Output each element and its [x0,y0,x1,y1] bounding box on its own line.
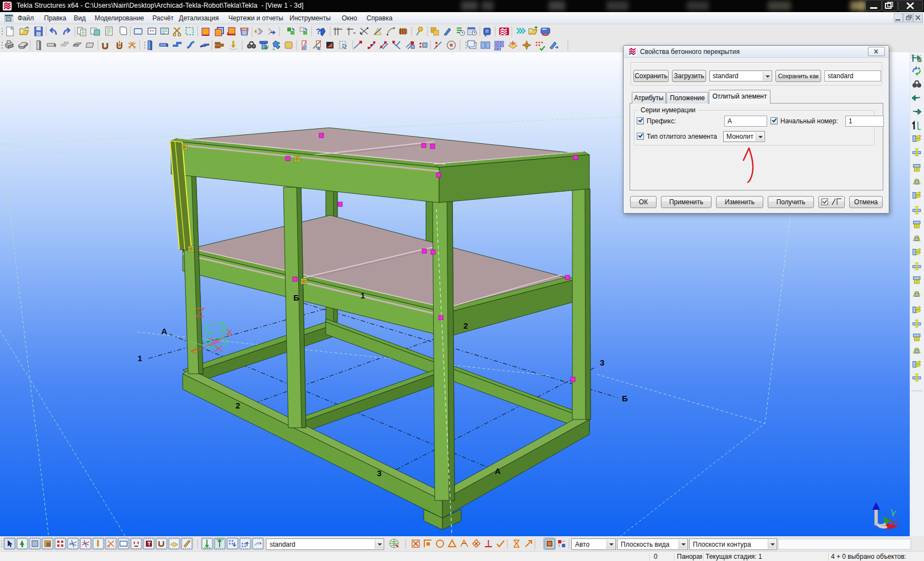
svg-text:1: 1 [138,353,142,363]
svg-text:А: А [495,466,501,476]
svg-text:?: ? [316,26,321,36]
svg-text:А: А [161,326,167,336]
svg-text:3: 3 [377,469,381,478]
svg-text:Б: Б [293,293,299,302]
svg-text:2: 2 [236,401,240,410]
svg-text:3: 3 [600,358,604,367]
svg-text:2: 2 [463,321,468,330]
svg-text:Б: Б [622,394,628,403]
svg-text:1: 1 [360,291,365,300]
